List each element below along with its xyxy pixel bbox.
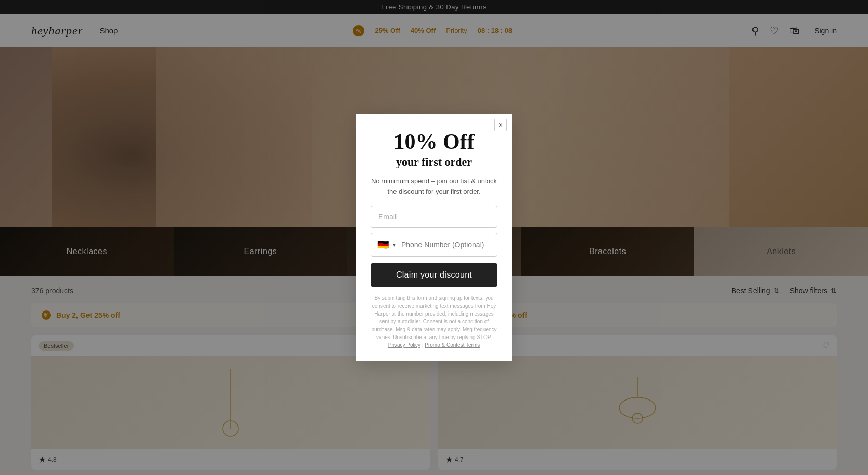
phone-row: 🇩🇪 ▼ (371, 233, 497, 257)
modal-overlay[interactable]: × 10% Off your first order No minimum sp… (0, 0, 868, 475)
email-input[interactable] (371, 206, 497, 228)
modal-title: 10% Off (371, 130, 497, 153)
modal-close-button[interactable]: × (494, 119, 507, 131)
country-chevron-icon[interactable]: ▼ (392, 242, 397, 248)
phone-input[interactable] (401, 241, 492, 249)
privacy-policy-link[interactable]: Privacy Policy (388, 342, 420, 348)
modal-description: No minimum spend – join our list & unloc… (371, 176, 497, 196)
claim-discount-button[interactable]: Claim your discount (371, 263, 497, 287)
country-flag: 🇩🇪 (377, 239, 389, 251)
promo-terms-link[interactable]: Promo & Contest Terms (425, 342, 480, 348)
modal-legal-text: By submitting this form and signing up f… (371, 294, 497, 349)
discount-modal: × 10% Off your first order No minimum sp… (356, 114, 512, 361)
modal-subtitle: your first order (371, 155, 497, 169)
